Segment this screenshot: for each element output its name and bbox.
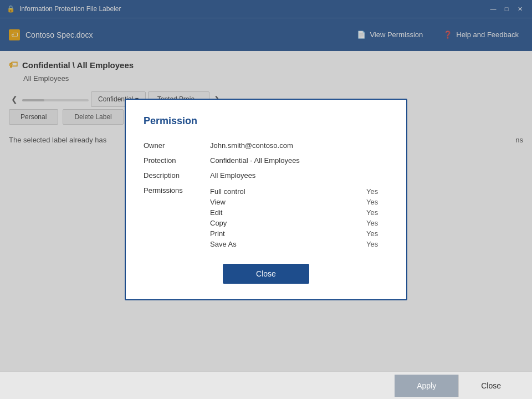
protection-label: Protection [144,153,210,168]
permission-name: Copy [210,219,265,227]
permission-value: Yes [366,219,388,227]
permission-table: Owner John.smith@contoso.com Protection … [144,138,388,253]
permission-name: Print [210,229,265,238]
description-label: Description [144,168,210,183]
permissions-row: Permissions Full controlYesViewYesEditYe… [144,183,388,253]
dialog-title: Permission [144,115,388,127]
description-value: All Employees [210,168,388,183]
permission-name: Full control [210,187,265,196]
permission-value: Yes [366,229,388,238]
permission-name: Edit [210,208,265,217]
owner-row: Owner John.smith@contoso.com [144,138,388,153]
permission-value: Yes [366,208,388,217]
permissions-label: Permissions [144,183,210,253]
apply-button[interactable]: Apply [395,375,458,397]
permissions-values: Full controlYesViewYesEditYesCopyYesPrin… [210,183,388,253]
permission-name: View [210,198,265,206]
owner-value: John.smith@contoso.com [210,138,388,153]
permission-dialog: Permission Owner John.smith@contoso.com … [125,99,407,300]
permission-name: Save As [210,240,265,248]
dialog-close-button[interactable]: Close [223,264,309,284]
permission-value: Yes [366,240,388,248]
permission-value: Yes [366,187,388,196]
description-row: Description All Employees [144,168,388,183]
footer-close-button[interactable]: Close [458,375,523,397]
owner-label: Owner [144,138,210,153]
permission-item: PrintYes [210,228,388,239]
permission-item: CopyYes [210,218,388,228]
permission-item: EditYes [210,207,388,218]
permission-value: Yes [366,198,388,206]
permission-item: ViewYes [210,197,388,207]
protection-value: Confidential - All Employees [210,153,388,168]
permissions-list: Full controlYesViewYesEditYesCopyYesPrin… [210,186,388,249]
footer-bar: Apply Close [0,371,532,399]
permission-item: Full controlYes [210,186,388,197]
permission-item: Save AsYes [210,239,388,249]
protection-row: Protection Confidential - All Employees [144,153,388,168]
